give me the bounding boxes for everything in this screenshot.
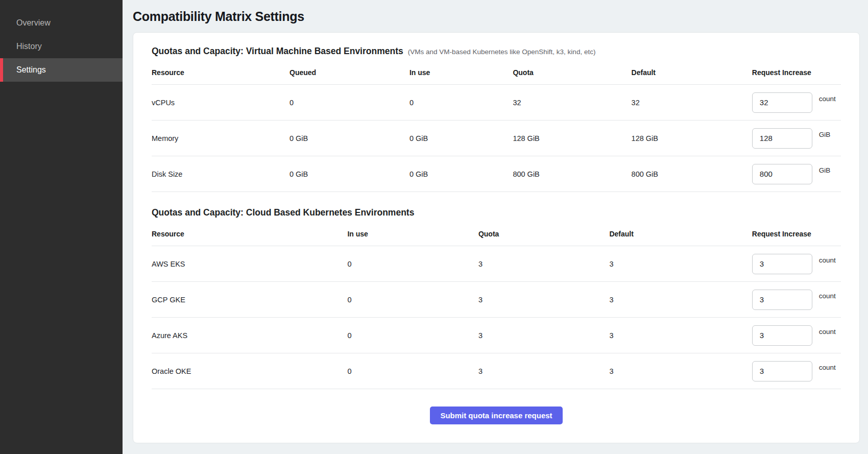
quota-cell: 32 <box>513 85 631 121</box>
default-cell: 32 <box>632 85 752 121</box>
request-increase-cell: count <box>752 353 841 389</box>
sidebar-item-label: History <box>16 42 42 51</box>
in-use-cell: 0 <box>347 353 478 389</box>
unit-label: GiB <box>819 131 831 138</box>
unit-label: count <box>819 95 836 103</box>
vm-quota-table: Resource Queued In use Quota Default Req… <box>152 61 841 192</box>
cloud-section-header: Quotas and Capacity: Cloud Based Kuberne… <box>152 207 841 218</box>
request-increase-input[interactable] <box>752 325 812 346</box>
sidebar: Overview History Settings <box>0 0 123 454</box>
column-header-quota: Quota <box>478 222 610 246</box>
request-increase-cell: count <box>752 318 841 353</box>
in-use-cell: 0 <box>347 318 478 353</box>
request-increase-input[interactable] <box>752 164 812 184</box>
sidebar-item-label: Settings <box>16 65 46 75</box>
request-increase-input[interactable] <box>752 128 812 149</box>
in-use-cell: 0 GiB <box>409 121 513 156</box>
default-cell: 3 <box>609 282 752 318</box>
resource-cell: GCP GKE <box>152 282 347 318</box>
queued-cell: 0 GiB <box>290 121 409 156</box>
request-increase-input[interactable] <box>752 361 812 381</box>
default-cell: 128 GiB <box>632 121 752 156</box>
table-row: Memory 0 GiB 0 GiB 128 GiB 128 GiB GiB <box>152 121 841 156</box>
quota-cell: 3 <box>478 282 610 318</box>
unit-label: count <box>819 328 836 336</box>
request-increase-input[interactable] <box>752 92 812 113</box>
column-header-request-increase: Request Increase <box>752 222 841 246</box>
column-header-queued: Queued <box>290 61 409 85</box>
table-header-row: Resource In use Quota Default Request In… <box>152 222 841 246</box>
default-cell: 3 <box>609 318 752 353</box>
in-use-cell: 0 GiB <box>409 156 513 192</box>
table-header-row: Resource Queued In use Quota Default Req… <box>152 61 841 85</box>
submit-row: Submit quota increase request <box>152 389 841 424</box>
column-header-in-use: In use <box>347 222 478 246</box>
resource-cell: Memory <box>152 121 290 156</box>
default-cell: 800 GiB <box>632 156 752 192</box>
resource-cell: Disk Size <box>152 156 290 192</box>
request-increase-cell: count <box>752 85 841 121</box>
quota-cell: 3 <box>478 353 610 389</box>
request-increase-cell: count <box>752 282 841 318</box>
queued-cell: 0 <box>290 85 409 121</box>
vm-section-title: Quotas and Capacity: Virtual Machine Bas… <box>152 46 403 57</box>
table-row: Oracle OKE 0 3 3 count <box>152 353 841 389</box>
table-row: AWS EKS 0 3 3 count <box>152 246 841 282</box>
default-cell: 3 <box>609 353 752 389</box>
resource-cell: AWS EKS <box>152 246 347 282</box>
vm-section-subtitle: (VMs and VM-based Kubernetes like OpenSh… <box>408 48 596 56</box>
table-row: Disk Size 0 GiB 0 GiB 800 GiB 800 GiB Gi… <box>152 156 841 192</box>
column-header-request-increase: Request Increase <box>752 61 841 85</box>
sidebar-item-label: Overview <box>16 18 51 28</box>
request-increase-cell: GiB <box>752 156 841 192</box>
submit-quota-increase-button[interactable]: Submit quota increase request <box>430 407 562 424</box>
request-increase-cell: count <box>752 246 841 282</box>
request-increase-cell: GiB <box>752 121 841 156</box>
cloud-quota-table: Resource In use Quota Default Request In… <box>152 222 841 389</box>
column-header-in-use: In use <box>409 61 513 85</box>
resource-cell: vCPUs <box>152 85 290 121</box>
quota-cell: 3 <box>478 318 610 353</box>
column-header-resource: Resource <box>152 222 347 246</box>
quota-cell: 128 GiB <box>513 121 631 156</box>
request-increase-input[interactable] <box>752 290 812 310</box>
unit-label: count <box>819 364 836 371</box>
in-use-cell: 0 <box>409 85 513 121</box>
settings-card: Quotas and Capacity: Virtual Machine Bas… <box>133 32 860 443</box>
main-content: Compatibility Matrix Settings Quotas and… <box>123 0 868 443</box>
resource-cell: Oracle OKE <box>152 353 347 389</box>
quota-cell: 3 <box>478 246 610 282</box>
unit-label: count <box>819 256 836 264</box>
column-header-default: Default <box>632 61 752 85</box>
sidebar-item-history[interactable]: History <box>0 35 123 58</box>
sidebar-item-settings[interactable]: Settings <box>0 58 123 82</box>
column-header-default: Default <box>609 222 752 246</box>
column-header-resource: Resource <box>152 61 290 85</box>
in-use-cell: 0 <box>347 282 478 318</box>
table-row: vCPUs 0 0 32 32 count <box>152 85 841 121</box>
table-row: Azure AKS 0 3 3 count <box>152 318 841 353</box>
page-title: Compatibility Matrix Settings <box>133 9 860 24</box>
in-use-cell: 0 <box>347 246 478 282</box>
unit-label: GiB <box>819 166 831 174</box>
vm-section-header: Quotas and Capacity: Virtual Machine Bas… <box>152 46 841 57</box>
resource-cell: Azure AKS <box>152 318 347 353</box>
unit-label: count <box>819 292 836 300</box>
sidebar-item-overview[interactable]: Overview <box>0 11 123 35</box>
cloud-section-title: Quotas and Capacity: Cloud Based Kuberne… <box>152 207 414 218</box>
default-cell: 3 <box>609 246 752 282</box>
quota-cell: 800 GiB <box>513 156 631 192</box>
column-header-quota: Quota <box>513 61 631 85</box>
request-increase-input[interactable] <box>752 254 812 274</box>
queued-cell: 0 GiB <box>290 156 409 192</box>
table-row: GCP GKE 0 3 3 count <box>152 282 841 318</box>
